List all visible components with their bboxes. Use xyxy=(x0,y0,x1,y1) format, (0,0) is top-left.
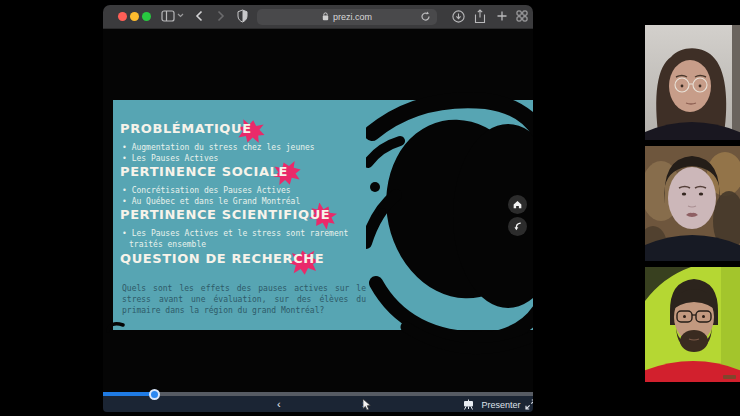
browser-window: prezi.com P xyxy=(103,5,533,412)
minimize-window-button[interactable] xyxy=(130,12,139,21)
screen: prezi.com P xyxy=(0,0,740,416)
participant-video-3[interactable] xyxy=(645,267,740,382)
ink-curl-mark xyxy=(106,319,126,333)
research-question-text: Quels sont les effets des pauses actives… xyxy=(122,283,366,316)
easel-icon xyxy=(463,399,474,410)
participant-video-1[interactable] xyxy=(645,25,740,140)
back-button[interactable] xyxy=(195,10,203,22)
slide-bullet: Les Pauses Actives et le stress sont rar… xyxy=(122,228,369,250)
camera-watermark xyxy=(723,375,736,379)
participant-1-feed xyxy=(645,25,740,140)
slide-bullet: Au Québec et dans le Grand Montréal xyxy=(122,196,300,207)
fullscreen-button[interactable] xyxy=(525,399,533,412)
player-bar: ‹ › Presenter view xyxy=(103,396,533,412)
participant-2-feed xyxy=(645,146,740,261)
slide-heading: PERTINENCE SCIENTIFIQUE xyxy=(120,207,330,222)
chevron-down-icon[interactable] xyxy=(177,13,184,18)
slide-heading: QUESTION DE RECHERCHE xyxy=(120,251,324,266)
zoom-window-button[interactable] xyxy=(142,12,151,21)
presenter-view-button[interactable]: Presenter view xyxy=(463,399,533,412)
back-curve-icon xyxy=(512,221,523,232)
prezi-home-button[interactable] xyxy=(508,195,527,214)
prezi-slide: PROBLÉMATIQUE Augmentation du stress che… xyxy=(113,100,533,330)
participant-3-feed xyxy=(645,267,740,382)
slide-heading: PERTINENCE SOCIALE xyxy=(120,164,288,179)
mouse-cursor xyxy=(362,398,372,411)
participant-video-2[interactable] xyxy=(645,146,740,261)
prezi-back-button[interactable] xyxy=(508,217,527,236)
slide-heading: PROBLÉMATIQUE xyxy=(120,121,252,136)
address-bar[interactable]: prezi.com xyxy=(257,9,437,25)
lock-icon xyxy=(322,12,329,21)
close-window-button[interactable] xyxy=(118,12,127,21)
slide-bullet: Augmentation du stress chez les jeunes xyxy=(122,142,315,153)
share-button[interactable] xyxy=(474,9,486,24)
reload-icon[interactable] xyxy=(420,11,431,22)
expand-icon xyxy=(525,399,533,410)
sidebar-icon[interactable] xyxy=(161,10,175,22)
progress-handle[interactable] xyxy=(149,389,160,400)
tab-overview-button[interactable] xyxy=(516,10,528,22)
new-tab-button[interactable] xyxy=(496,10,508,22)
slide-bullet: Les Pauses Actives xyxy=(122,153,218,164)
prev-slide-button[interactable]: ‹ xyxy=(277,396,281,412)
privacy-shield-icon[interactable] xyxy=(237,9,248,23)
downloads-button[interactable] xyxy=(452,10,465,23)
address-text: prezi.com xyxy=(333,12,372,22)
home-icon xyxy=(512,199,523,210)
browser-toolbar: prezi.com xyxy=(103,5,533,29)
forward-button[interactable] xyxy=(217,10,225,22)
slide-bullet: Concrétisation des Pauses Actives xyxy=(122,185,291,196)
